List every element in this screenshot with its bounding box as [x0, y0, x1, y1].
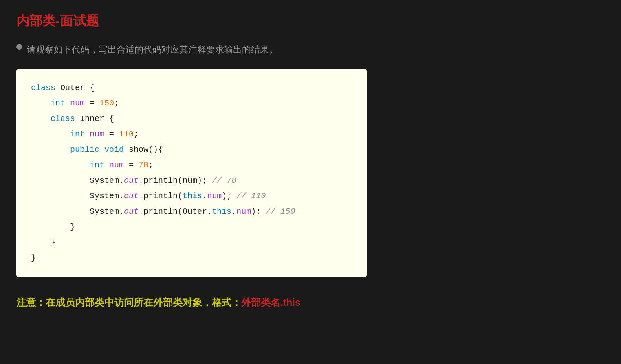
code-line-12: } [31, 250, 352, 266]
note-label: 注意：在成员内部类中访问所在外部类对象，格式： [16, 297, 241, 308]
note-section: 注意：在成员内部类中访问所在外部类对象，格式：外部类名.this [16, 294, 605, 311]
keyword-int-3: int [90, 160, 104, 170]
var-num-1: num [70, 99, 85, 108]
out-2: out [124, 191, 139, 201]
page-title: 内部类-面试题 [16, 8, 605, 30]
keyword-class: class [31, 83, 55, 92]
num-78: 78 [139, 160, 148, 170]
bullet-text: 请观察如下代码，写出合适的代码对应其注释要求输出的结果。 [27, 42, 278, 57]
code-line-10: } [31, 219, 352, 235]
keyword-public: public [70, 145, 99, 154]
comment-2: // 110 [236, 191, 266, 201]
note-highlight: 外部类名.this [241, 297, 300, 308]
var-num-3: num [109, 160, 124, 170]
bullet-dot [16, 44, 22, 50]
code-line-4: int num = 110; [31, 127, 352, 142]
code-line-11: } [31, 235, 352, 250]
code-line-7: System.out.println(num); // 78 [31, 173, 352, 189]
var-num-this: num [207, 191, 222, 201]
bullet-section: 请观察如下代码，写出合适的代码对应其注释要求输出的结果。 [16, 42, 605, 57]
var-num-2: num [90, 129, 104, 139]
code-line-2: int num = 150; [31, 96, 352, 111]
code-line-9: System.out.println(Outer.this.num); // 1… [31, 204, 352, 219]
this-2: this [212, 207, 231, 216]
keyword-void: void [104, 145, 124, 154]
num-110: 110 [119, 129, 134, 139]
code-line-1: class Outer { [31, 80, 352, 96]
keyword-class-inner: class [51, 114, 75, 123]
out-1: out [124, 176, 139, 185]
code-line-3: class Inner { [31, 111, 352, 127]
var-num-outer: num [236, 207, 251, 216]
keyword-int-1: int [51, 99, 65, 108]
code-line-8: System.out.println(this.num); // 110 [31, 189, 352, 204]
out-3: out [124, 207, 139, 216]
code-block: class Outer { int num = 150; class Inner… [16, 69, 367, 277]
comment-3: // 150 [266, 207, 295, 216]
code-line-6: int num = 78; [31, 158, 352, 173]
comment-1: // 78 [212, 176, 236, 185]
this-1: this [183, 191, 202, 201]
keyword-int-2: int [70, 129, 85, 139]
code-line-5: public void show(){ [31, 142, 352, 158]
num-150: 150 [99, 99, 114, 108]
